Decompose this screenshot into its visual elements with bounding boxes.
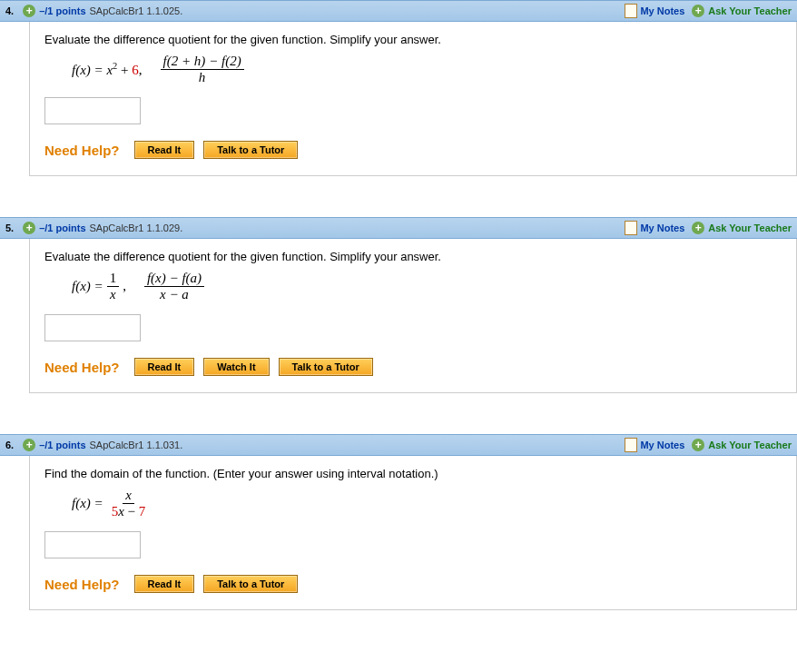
need-help-label: Need Help? [44,360,120,375]
denominator: h [196,70,209,85]
expand-icon[interactable]: + [23,5,35,17]
question-prompt: Evaluate the difference quotient for the… [44,33,782,46]
notes-icon[interactable] [625,221,637,235]
fx-eq: f(x) = x [72,63,113,77]
expand-icon[interactable]: + [23,222,35,234]
question-prompt: Find the domain of the function. (Enter … [44,467,782,480]
comma: , [139,63,143,77]
question-5: 5. + –/1 points SApCalcBr1 1.1.029. My N… [0,217,797,393]
fx-eq: f(x) = [72,496,103,511]
question-number: 6. [5,440,14,450]
numerator: f(x) − f(a) [144,271,204,287]
source-label: SApCalcBr1 1.1.031. [90,440,183,450]
my-notes-link[interactable]: My Notes [640,222,684,233]
den-minus: − [124,504,139,519]
read-it-button[interactable]: Read It [134,575,195,593]
ask-teacher-link[interactable]: Ask Your Teacher [708,5,792,16]
question-header: 6. + –/1 points SApCalcBr1 1.1.031. My N… [0,434,797,456]
points-label[interactable]: –/1 points [39,5,85,16]
talk-tutor-button[interactable]: Talk to a Tutor [279,358,373,376]
ask-teacher-link[interactable]: Ask Your Teacher [708,222,792,233]
watch-it-button[interactable]: Watch It [203,358,269,376]
source-label: SApCalcBr1 1.1.029. [90,222,183,233]
my-notes-link[interactable]: My Notes [640,440,684,450]
fx-eq: f(x) = [72,279,103,294]
answer-input[interactable] [44,314,141,341]
plus-icon[interactable]: + [692,439,704,451]
question-4: 4. + –/1 points SApCalcBr1 1.1.025. My N… [0,0,797,176]
need-help-label: Need Help? [44,577,120,592]
plus-icon[interactable]: + [692,222,704,234]
numerator: x [123,488,134,504]
ask-teacher-link[interactable]: Ask Your Teacher [708,440,792,450]
denominator: 5x − 7 [109,504,149,519]
question-prompt: Evaluate the difference quotient for the… [44,250,782,263]
comma: , [123,279,126,294]
one-over-x: 1 x [107,271,120,301]
need-help-label: Need Help? [44,143,120,158]
den-var: x [118,504,124,519]
source-label: SApCalcBr1 1.1.025. [90,5,183,16]
talk-tutor-button[interactable]: Talk to a Tutor [203,141,298,159]
inner-num: 1 [107,271,120,287]
question-number: 5. [5,222,14,233]
denominator: x − a [157,287,192,302]
points-label[interactable]: –/1 points [39,440,85,450]
plus: + [117,63,132,77]
answer-input[interactable] [44,97,141,124]
notes-icon[interactable] [625,4,637,18]
den-const: 7 [139,504,146,519]
expand-icon[interactable]: + [23,439,35,451]
question-6: 6. + –/1 points SApCalcBr1 1.1.031. My N… [0,434,797,610]
points-label[interactable]: –/1 points [39,222,85,233]
plus-icon[interactable]: + [692,5,704,17]
math-expression: f(x) = 1 x , f(x) − f(a) x − a [72,271,782,301]
math-expression: f(x) = x2 + 6, f(2 + h) − f(2) h [72,54,782,84]
question-body: Find the domain of the function. (Enter … [29,456,797,610]
question-header: 5. + –/1 points SApCalcBr1 1.1.029. My N… [0,217,797,239]
question-body: Evaluate the difference quotient for the… [29,239,797,393]
difference-quotient: f(x) − f(a) x − a [144,271,204,301]
math-expression: f(x) = x 5x − 7 [72,488,782,519]
difference-quotient: f(2 + h) − f(2) h [161,54,244,84]
answer-input[interactable] [44,531,141,558]
domain-fraction: x 5x − 7 [109,488,149,519]
my-notes-link[interactable]: My Notes [640,5,684,16]
question-body: Evaluate the difference quotient for the… [29,22,797,176]
constant: 6 [132,63,139,77]
talk-tutor-button[interactable]: Talk to a Tutor [203,575,298,593]
question-number: 4. [5,5,14,16]
numerator: f(2 + h) − f(2) [161,54,244,70]
question-header: 4. + –/1 points SApCalcBr1 1.1.025. My N… [0,0,797,22]
read-it-button[interactable]: Read It [134,141,195,159]
need-help-row: Need Help? Read It Watch It Talk to a Tu… [44,358,782,376]
notes-icon[interactable] [625,438,637,452]
inner-den: x [107,287,119,302]
need-help-row: Need Help? Read It Talk to a Tutor [44,141,782,159]
need-help-row: Need Help? Read It Talk to a Tutor [44,575,782,593]
read-it-button[interactable]: Read It [134,358,195,376]
